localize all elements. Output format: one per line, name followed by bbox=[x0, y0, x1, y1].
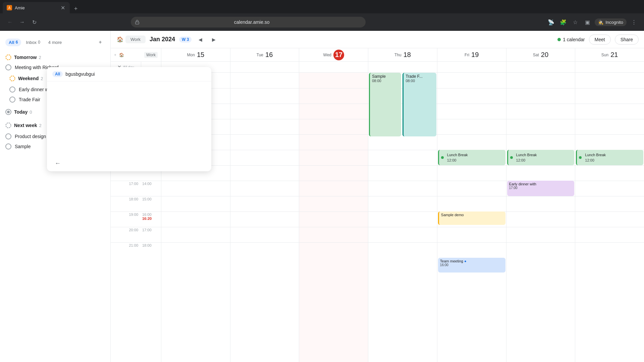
grid-cell bbox=[230, 196, 299, 212]
day-header-wed: Wed 17 bbox=[299, 48, 368, 61]
day-col-sun[interactable]: Lunch Break 12:00 bbox=[575, 73, 644, 362]
weekend-count: 2 bbox=[41, 76, 43, 81]
allday-wed-cell[interactable] bbox=[299, 62, 368, 72]
popup-body bbox=[111, 81, 211, 155]
event-time-lunch-fri: 12:00 bbox=[446, 158, 469, 163]
calendar-main: 🏠 Work Jan 2024 W 3 ◀ ▶ 1 calendar Meet … bbox=[111, 31, 644, 362]
app: All 6 Inbox 0 4 more + Tomorrow bbox=[0, 31, 644, 362]
event-time-trade: 08:00 bbox=[406, 79, 434, 83]
day-columns: Sample 08:00 Trade F... 08:00 bbox=[161, 73, 644, 362]
grid-cell bbox=[506, 73, 575, 88]
tab-close-button[interactable]: ✕ bbox=[60, 5, 66, 11]
allday-tue-cell[interactable] bbox=[230, 62, 299, 72]
work-label-14: 14:00 bbox=[142, 182, 152, 186]
grid-cell bbox=[506, 119, 575, 134]
sidebar-icon[interactable]: ▣ bbox=[583, 17, 592, 27]
event-sample-demo-fri[interactable]: Sample demo bbox=[438, 212, 505, 225]
today-count: 0 bbox=[30, 110, 32, 115]
incognito-badge[interactable]: 🕵 Incognito bbox=[595, 18, 627, 26]
event-sample-thu[interactable]: Sample 08:00 bbox=[369, 73, 401, 136]
allday-fri-cell[interactable] bbox=[437, 62, 506, 72]
svg-rect-0 bbox=[135, 22, 139, 24]
weekend-icon bbox=[9, 75, 15, 81]
event-trade-thu[interactable]: Trade F... 08:00 bbox=[402, 73, 436, 136]
nav-bar: ← → ↻ calendar.amie.so 📡 🧩 ☆ ▣ 🕵 Incogni… bbox=[0, 13, 644, 31]
next-week-count: 2 bbox=[39, 123, 41, 128]
work-label-15: 15:00 bbox=[142, 197, 152, 201]
green-dot bbox=[557, 38, 561, 41]
day-headers: ＋ 🏠 Work Mon 15 Tue 16 Wed 17 bbox=[111, 48, 644, 62]
active-tab[interactable]: A Amie ✕ bbox=[3, 2, 70, 13]
address-bar[interactable]: calendar.amie.so bbox=[131, 17, 366, 27]
home-icon[interactable]: 🏠 bbox=[116, 36, 124, 44]
today-icon bbox=[5, 109, 11, 115]
tomorrow-section-header[interactable]: Tomorrow 2 bbox=[0, 52, 110, 62]
grid-cell bbox=[368, 134, 437, 150]
calendar-count-badge[interactable]: 1 calendar bbox=[557, 37, 585, 42]
share-button[interactable]: Share bbox=[615, 35, 639, 45]
time-slot-20: 20:00 bbox=[111, 227, 141, 242]
day-header-tue: Tue 16 bbox=[230, 48, 299, 61]
time-slot-18: 18:00 bbox=[111, 196, 141, 212]
next-week-button[interactable]: ▶ bbox=[209, 35, 218, 44]
sidebar-add-button[interactable]: + bbox=[96, 38, 105, 47]
day-col-sat[interactable]: Lunch Break 12:00 Early dinner with 17:0… bbox=[506, 73, 575, 362]
grid-cell bbox=[506, 88, 575, 104]
add-event-icon[interactable]: ＋ bbox=[113, 52, 117, 57]
meet-button[interactable]: Meet bbox=[589, 35, 611, 45]
sidebar-tab-more[interactable]: 4 more bbox=[45, 39, 65, 46]
event-lunch-sun[interactable]: Lunch Break 12:00 bbox=[576, 150, 643, 165]
grid-cell bbox=[437, 119, 506, 134]
grid-cell bbox=[368, 165, 437, 181]
day-header-sun: Sun 21 bbox=[575, 48, 644, 61]
allday-sat-cell[interactable] bbox=[506, 62, 575, 72]
grid-cell bbox=[506, 227, 575, 242]
work-button[interactable]: Work bbox=[125, 36, 146, 43]
grid-cell bbox=[575, 212, 644, 227]
sidebar-tab-all[interactable]: All 6 bbox=[5, 39, 21, 46]
grid-cell bbox=[161, 212, 230, 227]
task-circle bbox=[5, 64, 11, 70]
event-team-meeting-fri[interactable]: Team meeting ● 16:00 bbox=[438, 258, 505, 273]
forward-button[interactable]: → bbox=[17, 17, 27, 27]
event-lunch-sat[interactable]: Lunch Break 12:00 bbox=[507, 150, 575, 165]
menu-icon[interactable]: ⋮ bbox=[629, 17, 639, 27]
grid-cell bbox=[437, 227, 506, 242]
cast-icon[interactable]: 📡 bbox=[546, 17, 556, 27]
nav-right: 📡 🧩 ☆ ▣ 🕵 Incognito ⋮ bbox=[546, 17, 639, 27]
grid-cell bbox=[575, 227, 644, 242]
grid-cell bbox=[575, 73, 644, 88]
grid-cell bbox=[506, 212, 575, 227]
event-early-dinner-sat[interactable]: Early dinner with 17:00 bbox=[507, 181, 575, 196]
event-title-trade: Trade F... bbox=[406, 74, 434, 79]
bookmark-icon[interactable]: ☆ bbox=[571, 17, 580, 27]
event-content-lunch-sat: Lunch Break 12:00 bbox=[515, 152, 538, 163]
day-col-fri[interactable]: Lunch Break 12:00 Sample demo Team meeti… bbox=[437, 73, 506, 362]
day-col-tue[interactable] bbox=[230, 73, 299, 362]
calendar-header-right: 1 calendar Meet Share bbox=[557, 35, 639, 45]
event-time-lunch-sat: 12:00 bbox=[515, 158, 538, 163]
reload-button[interactable]: ↻ bbox=[30, 17, 39, 27]
time-label-19: 19:00 bbox=[129, 213, 138, 217]
back-button[interactable]: ← bbox=[5, 17, 15, 27]
prev-week-button[interactable]: ◀ bbox=[196, 35, 205, 44]
grid-cell bbox=[230, 165, 299, 181]
day-num-sun: 21 bbox=[610, 51, 618, 59]
grid-cell bbox=[506, 196, 575, 212]
event-lunch-fri[interactable]: Lunch Break 12:00 bbox=[438, 150, 505, 165]
allday-sun-cell[interactable] bbox=[575, 62, 644, 72]
day-col-wed[interactable] bbox=[299, 73, 368, 362]
allday-thu-cell[interactable] bbox=[368, 62, 437, 72]
grid-cell bbox=[437, 104, 506, 119]
event-title-early-dinner: Early dinner with bbox=[509, 182, 573, 186]
tab-bar: A Amie ✕ + bbox=[0, 0, 644, 13]
new-tab-button[interactable]: + bbox=[71, 4, 80, 13]
tomorrow-count: 2 bbox=[39, 55, 41, 60]
grid-cell bbox=[506, 134, 575, 150]
sidebar-tab-inbox[interactable]: Inbox 0 bbox=[22, 39, 44, 46]
tab-favicon: A bbox=[7, 5, 12, 10]
extension-icon[interactable]: 🧩 bbox=[558, 17, 568, 27]
day-col-thu[interactable]: Sample 08:00 Trade F... 08:00 bbox=[368, 73, 437, 362]
event-time-team: 16:00 bbox=[440, 263, 503, 267]
grid-cell bbox=[230, 212, 299, 227]
